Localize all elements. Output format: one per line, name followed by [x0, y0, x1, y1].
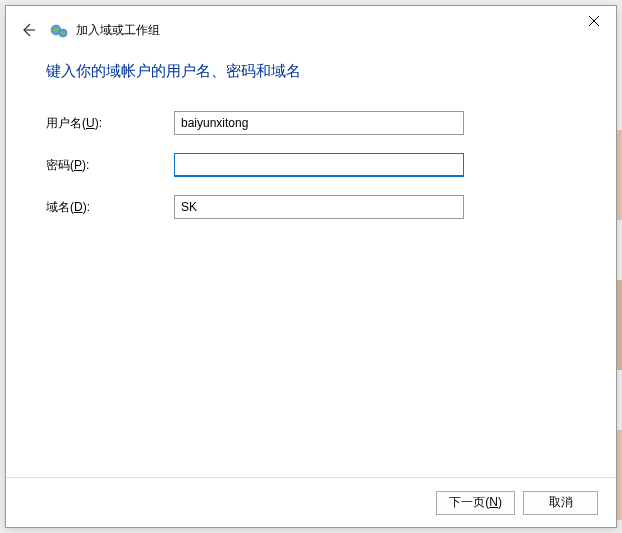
password-row: 密码(P): [46, 153, 576, 177]
cancel-button[interactable]: 取消 [523, 491, 598, 515]
dialog-footer: 下一页(N) 取消 [6, 477, 616, 527]
dialog-title: 加入域或工作组 [76, 22, 160, 39]
domain-label: 域名(D): [46, 199, 174, 216]
join-domain-dialog: 加入域或工作组 键入你的域帐户的用户名、密码和域名 用户名(U): 密码(P):… [5, 5, 617, 528]
domain-input[interactable] [174, 195, 464, 219]
password-input[interactable] [174, 153, 464, 177]
username-label: 用户名(U): [46, 115, 174, 132]
dialog-content: 键入你的域帐户的用户名、密码和域名 用户名(U): 密码(P): 域名(D): [6, 54, 616, 477]
page-heading: 键入你的域帐户的用户名、密码和域名 [46, 62, 576, 81]
back-arrow-icon [20, 22, 36, 38]
next-button[interactable]: 下一页(N) [436, 491, 515, 515]
domain-icon [50, 21, 68, 39]
title-bar: 加入域或工作组 [6, 6, 616, 54]
close-icon [589, 16, 599, 26]
close-button[interactable] [571, 6, 616, 36]
username-input[interactable] [174, 111, 464, 135]
back-button[interactable] [16, 18, 40, 42]
password-label: 密码(P): [46, 157, 174, 174]
username-row: 用户名(U): [46, 111, 576, 135]
domain-row: 域名(D): [46, 195, 576, 219]
